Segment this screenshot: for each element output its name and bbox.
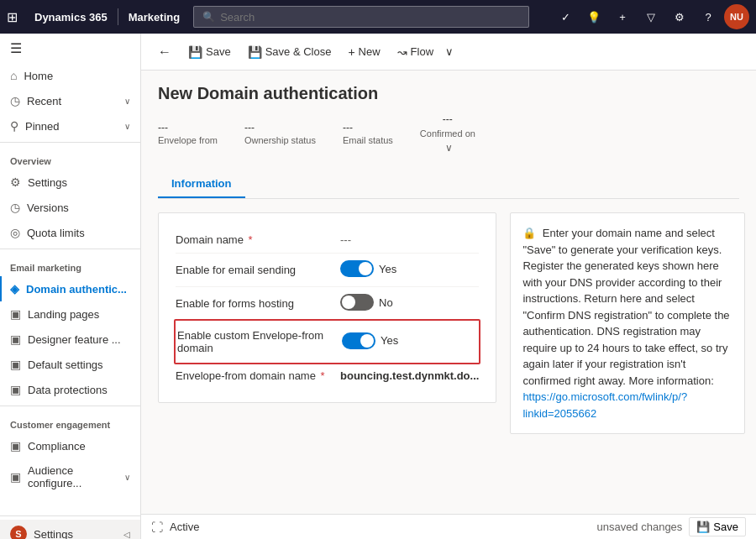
new-label: New [359,45,381,58]
statusbar-save-button[interactable]: 💾 Save [689,517,746,536]
confirmed-chevron-icon: ∨ [445,142,453,154]
custom-envelope-value: Yes [342,332,477,352]
envelope-domain-required-star: * [321,369,325,382]
envelope-from-status: --- Envelope from [158,122,218,145]
status-row: --- Envelope from --- Ownership status -… [158,113,739,157]
brand-area: Dynamics 365 Marketing [28,8,186,25]
page-title: New Domain authentication [158,84,739,103]
flow-button[interactable]: ↝ Flow [391,41,440,63]
user-avatar[interactable]: NU [724,4,749,29]
save-close-button[interactable]: 💾 Save & Close [241,41,339,63]
home-icon: ⌂ [10,69,17,82]
app-grid-icon[interactable]: ⊞ [7,9,18,25]
settings-bottom-icon: S [10,526,27,539]
active-badge: Active [170,521,199,533]
section-title-overview: Overview [0,146,140,170]
statusbar-save-icon: 💾 [696,521,710,533]
ownership-label: Ownership status [244,135,316,145]
forms-toggle-track[interactable] [340,294,374,311]
sidebar-item-versions[interactable]: ◷ Versions [0,195,140,220]
search-box[interactable]: 🔍 [193,6,529,28]
sidebar-item-recent[interactable]: ◷ Recent ∨ [0,88,140,113]
sidebar-label-settings: Settings [28,176,67,189]
sidebar-label-domain: Domain authentic... [26,283,127,296]
sidebar-item-audience[interactable]: ▣ Audience configure... ∨ [0,458,140,495]
domain-name-row: Domain name * --- [176,227,479,254]
brand-name: Dynamics 365 [34,11,108,24]
sidebar-item-home[interactable]: ⌂ Home [0,63,140,88]
custom-envelope-toggle[interactable]: Yes [342,332,398,349]
sidebar: ☰ ⌂ Home ◷ Recent ∨ ⚲ Pinned ∨ Overview … [0,34,141,539]
custom-envelope-row: Enable custom Envelope-from domain Yes [174,319,480,364]
domain-name-value[interactable]: --- [340,233,479,246]
tab-information[interactable]: Information [158,170,245,198]
forms-hosting-toggle[interactable]: No [340,294,393,311]
main-layout: ☰ ⌂ Home ◷ Recent ∨ ⚲ Pinned ∨ Overview … [0,34,756,539]
sidebar-label-versions: Versions [27,201,69,214]
email-sending-row: Enable for email sending Yes [176,254,479,287]
confirmed-on-label: Confirmed on [420,128,475,139]
envelope-from-label: Envelope from [158,135,218,145]
forms-hosting-value: No [340,294,479,313]
quota-icon: ◎ [10,226,20,239]
sidebar-item-settings-bottom[interactable]: S Settings ◁ [0,520,140,539]
sidebar-item-data-protections[interactable]: ▣ Data protections [0,377,140,402]
expand-icon[interactable]: ⛶ [151,521,163,534]
sidebar-item-compliance[interactable]: ▣ Compliance [0,433,140,458]
lightbulb-icon[interactable]: 💡 [581,4,606,29]
sidebar-item-landing[interactable]: ▣ Landing pages [0,301,140,327]
sidebar-divider-bottom [0,515,140,516]
hamburger-menu[interactable]: ☰ [0,34,140,63]
email-toggle-label: Yes [379,263,396,275]
sidebar-item-settings[interactable]: ⚙ Settings [0,170,140,195]
sidebar-item-domain[interactable]: ◈ Domain authentic... [0,276,140,301]
tabs-bar: Information [158,170,739,199]
email-sending-value: Yes [340,260,479,280]
new-icon: + [348,45,354,59]
recent-chevron: ∨ [124,97,130,106]
save-button[interactable]: 💾 Save [181,41,238,63]
new-button[interactable]: + New [341,41,386,63]
filter-icon[interactable]: ▽ [638,4,664,29]
forms-hosting-label: Enable for forms hosting [176,297,327,310]
sidebar-label-quota: Quota limits [27,227,85,239]
sidebar-item-default[interactable]: ▣ Default settings [0,352,140,377]
sidebar-divider-1 [0,142,140,143]
email-sending-toggle[interactable]: Yes [340,260,396,277]
compliance-icon: ▣ [10,439,21,453]
envelope-domain-value[interactable]: bouncing.test.dynmkt.do... [340,369,479,382]
check-circle-icon[interactable]: ✓ [553,4,578,29]
email-status-value: --- [343,122,393,133]
data-prot-icon: ▣ [10,383,21,396]
email-toggle-track[interactable] [340,260,374,277]
info-panel-link[interactable]: https://go.microsoft.com/fwlink/p/?linki… [522,390,687,420]
envelope-from-value: --- [158,122,218,133]
sidebar-item-quota[interactable]: ◎ Quota limits [0,220,140,245]
custom-envelope-label: Enable custom Envelope-from domain [177,329,328,354]
default-icon: ▣ [10,358,21,371]
help-icon[interactable]: ? [696,4,721,29]
flow-icon: ↝ [397,45,407,59]
sidebar-item-pinned[interactable]: ⚲ Pinned ∨ [0,113,140,139]
pinned-chevron: ∨ [124,122,130,131]
sidebar-label-settings-bottom: Settings [34,528,73,540]
landing-icon: ▣ [10,307,21,321]
domain-name-label: Domain name * [176,233,327,246]
statusbar-save-label: Save [713,521,738,533]
envelope-domain-row: Envelope-from domain name * bouncing.tes… [176,363,479,389]
two-column-layout: Domain name * --- Enable for email sendi… [158,212,739,434]
flow-dropdown-arrow[interactable]: ∨ [442,41,457,62]
domain-name-required-star: * [249,233,253,246]
confirmed-on-status[interactable]: --- Confirmed on ∨ [420,113,475,154]
envelope-toggle-track[interactable] [342,332,375,349]
settings-gear-icon: ⚙ [10,175,21,189]
recent-icon: ◷ [10,94,20,107]
add-icon[interactable]: + [610,4,635,29]
sidebar-item-designer[interactable]: ▣ Designer feature ... [0,327,140,352]
search-icon: 🔍 [202,11,215,23]
back-button[interactable]: ← [151,40,178,64]
settings-icon[interactable]: ⚙ [667,4,692,29]
forms-toggle-thumb [342,296,355,309]
nav-icons-group: ✓ 💡 + ▽ ⚙ ? NU [553,4,749,29]
search-input[interactable] [220,11,520,24]
